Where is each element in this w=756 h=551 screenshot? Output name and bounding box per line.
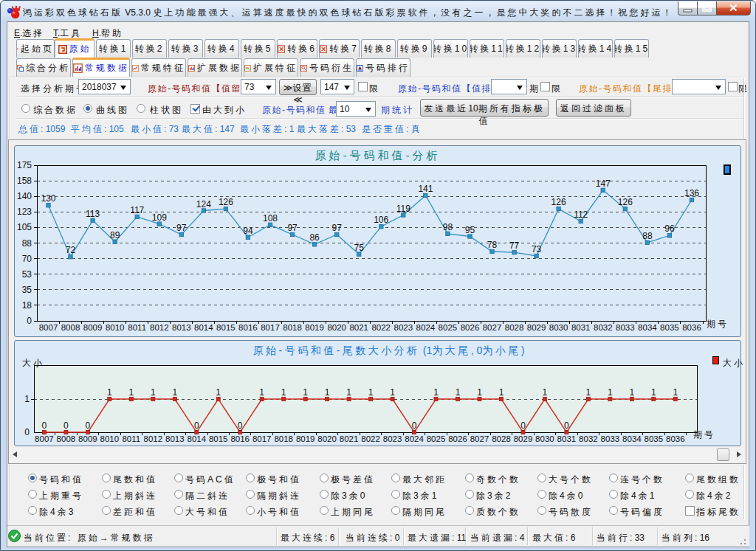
- svg-text:124: 124: [196, 199, 211, 209]
- svg-text:106: 106: [374, 215, 388, 225]
- svg-text:88: 88: [22, 238, 32, 249]
- svg-text:147: 147: [596, 179, 611, 189]
- svg-text:8024: 8024: [405, 434, 424, 443]
- svg-text:8019: 8019: [305, 323, 324, 332]
- svg-text:0: 0: [520, 420, 526, 431]
- svg-text:8011: 8011: [122, 434, 140, 443]
- svg-text:1: 1: [346, 387, 351, 398]
- svg-text:1: 1: [172, 387, 177, 398]
- svg-text:8019: 8019: [296, 434, 315, 443]
- svg-text:8015: 8015: [216, 323, 236, 332]
- svg-text:8016: 8016: [238, 323, 258, 332]
- svg-text:8024: 8024: [416, 323, 436, 332]
- svg-text:8017: 8017: [252, 434, 272, 443]
- svg-text:1: 1: [630, 387, 635, 398]
- svg-text:1: 1: [368, 387, 374, 398]
- svg-text:8013: 8013: [172, 323, 191, 332]
- svg-text:8033: 8033: [601, 434, 620, 443]
- svg-text:0: 0: [238, 420, 243, 431]
- svg-text:1: 1: [586, 387, 591, 398]
- svg-text:0: 0: [194, 420, 199, 431]
- svg-text:8025: 8025: [439, 323, 458, 332]
- svg-text:112: 112: [574, 209, 588, 220]
- svg-text:1: 1: [128, 387, 134, 398]
- svg-text:1: 1: [433, 387, 439, 398]
- svg-text:53: 53: [22, 269, 32, 280]
- svg-text:8012: 8012: [144, 434, 163, 443]
- svg-text:8012: 8012: [150, 323, 169, 332]
- svg-text:0: 0: [63, 420, 69, 431]
- svg-text:158: 158: [17, 176, 32, 186]
- svg-text:77: 77: [509, 240, 520, 251]
- svg-text:1: 1: [325, 387, 330, 398]
- svg-text:8016: 8016: [230, 434, 250, 443]
- svg-text:期号: 期号: [693, 429, 715, 440]
- svg-text:88: 88: [642, 231, 653, 241]
- svg-text:8007: 8007: [39, 323, 58, 332]
- svg-text:1: 1: [456, 387, 461, 398]
- svg-text:8007: 8007: [35, 434, 54, 443]
- svg-text:1: 1: [107, 387, 112, 398]
- svg-text:8020: 8020: [327, 323, 346, 332]
- svg-text:97: 97: [176, 223, 187, 233]
- svg-text:0: 0: [42, 420, 47, 431]
- svg-text:8020: 8020: [317, 434, 337, 443]
- svg-text:119: 119: [396, 204, 410, 214]
- svg-text:8035: 8035: [660, 323, 679, 332]
- svg-text:8022: 8022: [361, 434, 380, 443]
- svg-text:8028: 8028: [505, 323, 524, 332]
- svg-text:1: 1: [390, 387, 395, 398]
- svg-text:1: 1: [651, 387, 656, 398]
- svg-text:8018: 8018: [274, 434, 293, 443]
- svg-text:94: 94: [243, 226, 253, 236]
- svg-text:8028: 8028: [492, 434, 511, 443]
- svg-text:8027: 8027: [470, 434, 489, 443]
- svg-text:8013: 8013: [165, 434, 185, 443]
- svg-text:35: 35: [22, 285, 32, 295]
- svg-text:70: 70: [22, 254, 32, 264]
- svg-text:8008: 8008: [61, 323, 80, 332]
- svg-text:78: 78: [487, 240, 498, 250]
- svg-text:8025: 8025: [427, 434, 446, 443]
- svg-text:1: 1: [303, 387, 308, 398]
- svg-text:8014: 8014: [194, 323, 213, 332]
- svg-text:136: 136: [684, 188, 699, 198]
- svg-text:89: 89: [110, 230, 120, 240]
- svg-text:8018: 8018: [283, 323, 302, 332]
- svg-text:0: 0: [24, 427, 30, 437]
- svg-text:8030: 8030: [549, 323, 568, 332]
- svg-text:8036: 8036: [682, 323, 701, 332]
- svg-text:97: 97: [332, 223, 343, 233]
- svg-text:113: 113: [86, 209, 100, 219]
- svg-text:1: 1: [543, 387, 548, 398]
- svg-text:1: 1: [24, 394, 30, 404]
- svg-text:8015: 8015: [209, 434, 228, 443]
- svg-text:8026: 8026: [448, 434, 467, 443]
- svg-text:8030: 8030: [535, 434, 554, 443]
- svg-text:8022: 8022: [371, 323, 391, 332]
- svg-text:86: 86: [309, 232, 320, 243]
- svg-text:1: 1: [477, 387, 482, 398]
- svg-text:8017: 8017: [261, 323, 280, 332]
- svg-text:73: 73: [532, 244, 542, 254]
- svg-text:8032: 8032: [594, 323, 613, 332]
- svg-text:8010: 8010: [106, 323, 125, 332]
- svg-text:98: 98: [443, 222, 453, 232]
- svg-text:8023: 8023: [394, 323, 413, 332]
- svg-text:18: 18: [22, 300, 32, 311]
- svg-text:141: 141: [418, 184, 433, 194]
- svg-text:108: 108: [263, 213, 278, 223]
- svg-text:8032: 8032: [579, 434, 598, 443]
- svg-text:96: 96: [664, 223, 675, 234]
- svg-text:0: 0: [564, 420, 569, 431]
- svg-text:8036: 8036: [666, 434, 685, 443]
- svg-text:1: 1: [281, 387, 286, 398]
- svg-text:8021: 8021: [340, 434, 359, 443]
- svg-text:1: 1: [499, 387, 504, 398]
- svg-text:8021: 8021: [349, 323, 368, 332]
- svg-text:8029: 8029: [514, 434, 533, 443]
- svg-text:8033: 8033: [616, 323, 635, 332]
- svg-text:1: 1: [151, 387, 156, 398]
- svg-text:8027: 8027: [483, 323, 502, 332]
- svg-text:72: 72: [66, 245, 76, 255]
